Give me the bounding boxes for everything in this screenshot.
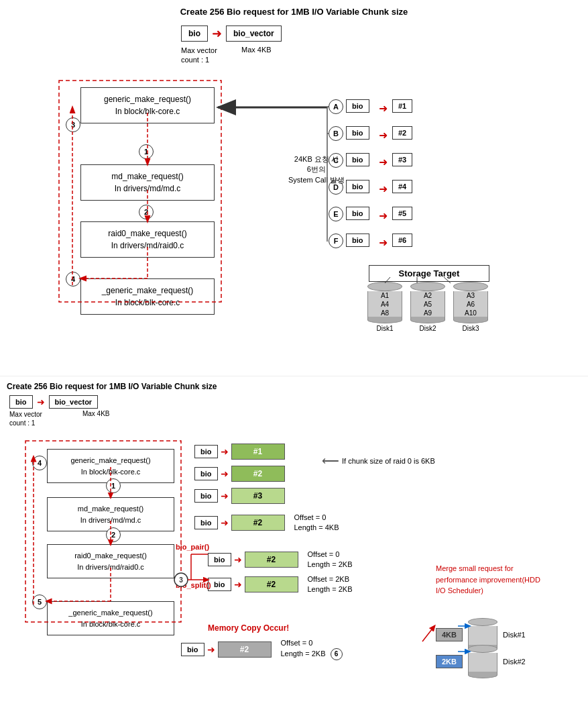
syscall-note: 24KB 요청 시6번의System Call 발생	[288, 154, 345, 185]
disk2-top: A2 A5 A9 Disk2	[410, 282, 445, 332]
num1-circle-top: 1	[139, 144, 154, 159]
max-4kb-top: Max 4KB	[241, 46, 272, 54]
bio-vector-box-bottom: bio_vector	[49, 395, 99, 409]
disk2-bottom	[468, 645, 497, 678]
num4-circle-bottom: 4	[32, 456, 47, 470]
row-bio-hash2-pair1: bio ➜ #2 Offset = 0 Length = 2KB	[208, 550, 352, 570]
bio-a: bio	[346, 99, 369, 113]
arrow-b: ➜	[379, 129, 388, 142]
bio-d: bio	[346, 180, 369, 193]
func2-box-top: md_make_request()In drivers/md/md.c	[80, 164, 215, 201]
chunk-note: ⟵ If chunk size of raid 0 is 6KB	[322, 454, 435, 468]
func1-box-bottom: generic_make_request()In block/blk-core.…	[47, 449, 174, 483]
hash2: #2	[392, 126, 412, 140]
arrow-e: ➜	[379, 209, 388, 222]
bio-arrow-top: ➜	[212, 26, 222, 41]
func4-box-bottom: _generic_make_request()In block/blk-core…	[47, 601, 174, 635]
hash5: #5	[392, 207, 412, 220]
circle-b: B	[329, 126, 343, 141]
bio-c: bio	[346, 153, 369, 166]
hash6: #6	[392, 234, 412, 247]
merge-note: Merge small request forperformance impro…	[436, 563, 540, 597]
row-hash1-bottom: bio ➜ #1	[194, 444, 285, 460]
top-diagram: Create 256 Bio request for 1MB I/O Varia…	[0, 0, 588, 376]
num2-circle-top: 2	[139, 205, 154, 219]
disk2-bottom-row: 2KB Disk#2	[436, 645, 526, 678]
hash3: #3	[392, 153, 412, 166]
bio-b: bio	[346, 126, 369, 140]
row-final-bio: bio ➜ #2 Offset = 0 Length = 2KB 6	[181, 638, 343, 660]
num4-circle-top: 4	[66, 272, 80, 287]
max-vector-top: Max vectorcount : 1	[181, 46, 217, 65]
bottom-diagram: Create 256 Bio request for 1MB I/O Varia…	[0, 376, 588, 724]
bio-row-bottom: bio ➜ bio_vector	[9, 395, 581, 409]
disk1-top: A1 A4 A8 Disk1	[367, 282, 402, 332]
size-4kb: 4KB	[436, 628, 463, 641]
hash1: #1	[392, 99, 412, 113]
bio-arrow-bottom: ➜	[37, 397, 45, 407]
num3-circle-top: 3	[66, 117, 80, 132]
max-labels-bottom: Max vectorcount : 1 Max 4KB	[9, 410, 581, 427]
disk3-top: A3 A6 A10 Disk3	[453, 282, 488, 332]
arrow-f: ➜	[379, 236, 388, 249]
func3-box-top: raid0_make_request()In drivers/md/raid0.…	[80, 221, 215, 258]
num6-circle-bottom: 6	[331, 650, 343, 658]
disk1-label-bottom: Disk#1	[503, 631, 526, 639]
arrow-c: ➜	[379, 156, 388, 168]
size-2kb: 2KB	[436, 655, 463, 668]
memory-copy-label: Memory Copy Occur!	[208, 623, 289, 633]
row-bio-hash2-offset: bio ➜ #2 Offset = 0 Length = 4KB	[194, 513, 339, 533]
bio-e: bio	[346, 207, 369, 220]
arrow-d: ➜	[379, 183, 388, 195]
circle-e: E	[329, 207, 343, 221]
num5-circle-bottom: 5	[32, 594, 47, 609]
row-hash2-top-bottom: bio ➜ #2	[194, 466, 285, 482]
circle-f: F	[329, 234, 343, 248]
bio-box-top: bio	[181, 25, 208, 42]
num1-circle-bottom: 1	[106, 478, 121, 493]
disk-row-top: A1 A4 A8 Disk1 A2 A5 A9 Disk2	[367, 282, 488, 332]
storage-target: Storage Target	[369, 265, 489, 282]
bio-split-label: bio_split()	[176, 581, 211, 589]
bio-vector-box-top: bio_vector	[226, 25, 282, 42]
top-title: Create 256 Bio request for 1MB I/O Varia…	[7, 7, 581, 17]
row-bio-hash2-pair2: bio ➜ #2 Offset = 2KB Length = 2KB	[208, 574, 352, 595]
arrow-a: ➜	[379, 102, 388, 115]
func1-box-top: generic_make_request()In block/blk-core.…	[80, 87, 215, 123]
circle-a: A	[329, 99, 343, 114]
hash4: #4	[392, 180, 412, 193]
func2-box-bottom: md_make_request()In drivers/md/md.c	[47, 497, 174, 531]
bio-f: bio	[346, 234, 369, 247]
row-hash3-bottom: bio ➜ #3	[194, 488, 285, 504]
bio-pair-label: bio_pair()	[176, 543, 209, 551]
bottom-title: Create 256 Bio request for 1MB I/O Varia…	[7, 382, 581, 391]
num2-circle-bottom: 2	[106, 527, 121, 542]
disk2-label-bottom: Disk#2	[503, 658, 526, 666]
func3-box-bottom: raid0_make_request()In drivers/md/raid0.…	[47, 544, 174, 578]
func4-box-top: _generic_make_request()In block/blk-core…	[80, 278, 215, 315]
svg-line-27	[422, 626, 434, 641]
bio-box-bottom: bio	[9, 395, 33, 409]
